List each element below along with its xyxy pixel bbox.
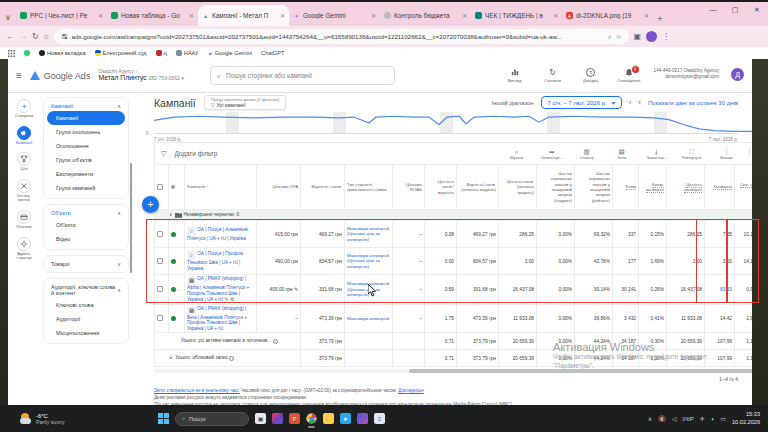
maximize-button[interactable]: ▢	[724, 2, 746, 18]
rail-admin[interactable]: Адміні- стратор	[8, 237, 40, 261]
rail-campaigns[interactable]: Кампанії	[8, 126, 40, 146]
tab-search-icon[interactable]: ∨	[0, 8, 16, 26]
volume-icon[interactable]: ◖	[711, 416, 715, 422]
col-conv-rate[interactable]: Коеф. конверсії	[639, 165, 667, 210]
col-conv-value[interactable]: Цінність конверсії	[667, 165, 705, 210]
date-range-picker[interactable]: 7 січ. – 7 лют. 2026 р.▾	[541, 96, 622, 109]
browser-profile-avatar[interactable]	[646, 31, 657, 42]
col-avg-cpc[interactable]: Сер. ціна за клік	[735, 165, 753, 210]
account-breadcrumb[interactable]: Osadchiy Agency › Метал Плинтус 282-759-…	[98, 69, 184, 82]
notifications-button[interactable]: 4 Сповіщення	[616, 68, 642, 83]
weather-widget[interactable]: -6°CPartly sunny	[0, 413, 150, 425]
search-tool[interactable]: ⌕Шукати	[504, 148, 530, 160]
close-window-button[interactable]: ✕	[746, 2, 768, 18]
realtime-link[interactable]: Звіти створюються не в реальному часі.	[154, 388, 240, 393]
campaign-name-link[interactable]: ОА | Пошук | Алюмінієві Плінтуси | UA + …	[187, 227, 248, 241]
tab-budget-control[interactable]: Контроль бюджета ✕	[380, 5, 471, 26]
bid-strategy-link[interactable]: Максимум конверсій (Цільова ціна за конв…	[347, 253, 389, 269]
browser-menu-icon[interactable]: ⋮	[662, 32, 670, 41]
clock[interactable]: 15:33 10.02.2026	[732, 411, 760, 426]
col-campaign[interactable]: Кампанія ↑	[185, 165, 257, 210]
sidebar-item-asset-groups[interactable]: Групи об'єктів	[44, 153, 128, 167]
bookmark-star-icon[interactable]: ☆	[616, 33, 622, 41]
view-button[interactable]: Вигляд	[502, 68, 528, 83]
row-checkbox[interactable]	[155, 221, 169, 248]
rail-goals[interactable]: Цілі	[8, 152, 40, 172]
col-clicks[interactable]: Кліки	[613, 165, 639, 210]
conversions-link[interactable]: 83,33	[705, 275, 735, 305]
next-range-icon[interactable]: ›	[638, 98, 641, 107]
tab-gemini[interactable]: ✦ Google Gemini ✕	[289, 5, 380, 26]
campaign-name-link[interactable]: ОА | PMAX (shopping) | Alpha | Алюмінієв…	[187, 276, 249, 302]
section-header-assets[interactable]: Об'єкти∧	[44, 208, 128, 218]
notepad-icon[interactable]: ≡	[374, 413, 385, 424]
home-icon[interactable]: ⌂	[44, 32, 49, 41]
campaign-row-1[interactable]: ⌕ ОА | Пошук | Алюмінієві Плінтуси | UA …	[155, 221, 753, 248]
battery-icon[interactable]: ▭	[720, 415, 726, 422]
sidebar-item-locations[interactable]: Місцеположення	[44, 326, 128, 340]
editable-cpa[interactable]: 405,00 грн ✎	[257, 275, 301, 305]
last-30-days-link[interactable]: Показати дані за останні 30 днів	[648, 100, 738, 106]
whatsapp-bookmark-icon[interactable]	[24, 50, 30, 56]
bookmark-new-tab[interactable]: Новая вкладка	[39, 50, 86, 56]
col-bid-strategy[interactable]: Тип стратегії призначення ставок	[345, 165, 393, 210]
campaign-name-link[interactable]: ОА | PMAX (shopping) | Beta | Алюмінієві…	[187, 306, 247, 331]
campaign-name-link[interactable]: ОА | Пошук | Профіль Тіньового Шва | UA …	[187, 251, 244, 271]
row-checkbox[interactable]	[155, 304, 169, 333]
col-conv-value-cost[interactable]: Цінність конв./ вартість	[425, 165, 457, 210]
sidebar-item-ads[interactable]: Оголошення	[44, 139, 128, 153]
tab-chek-tyzhden[interactable]: ЧЕК | ТИЖДЕНЬ | в ✕	[471, 5, 562, 26]
speaker-icon[interactable]: ◁	[672, 415, 677, 422]
rail-tools[interactable]: Інстру- менти	[8, 179, 40, 203]
sidebar-item-audiences[interactable]: Аудиторії	[44, 312, 128, 326]
tab-ppc-checklist[interactable]: PPC | Чек-лист | Ре ✕	[16, 5, 107, 26]
taskbar-search[interactable]: ⌕Пошук	[175, 412, 249, 426]
drafts-row[interactable]: ∨ Незавершені чернетки: 0	[155, 210, 753, 221]
sidebar-item-campaigns[interactable]: Кампанії	[47, 111, 125, 125]
horizontal-scrollbar[interactable]	[154, 369, 752, 373]
address-bar[interactable]: ads.google.com/aw/campaigns?ocid=2027375…	[54, 29, 629, 44]
close-icon[interactable]: ✕	[553, 12, 558, 19]
col-impr-share-rank[interactable]: Частка отриманих показів у пошуковій мер…	[575, 165, 613, 210]
bookmark-gemini[interactable]: ✦Google Gemini	[208, 50, 252, 57]
close-icon[interactable]: ✕	[462, 12, 467, 19]
close-icon[interactable]: ✕	[644, 12, 649, 19]
minimize-button[interactable]: —	[702, 2, 724, 18]
row-checkbox[interactable]	[155, 248, 169, 275]
add-filter-button[interactable]: Додати фільтр	[174, 150, 217, 157]
zoom-icon[interactable]: ⌕	[608, 33, 612, 41]
bid-strategy-link[interactable]: Максимум конверсій	[347, 316, 389, 321]
close-icon[interactable]: ✕	[371, 12, 376, 19]
rail-billing[interactable]: Платежі	[8, 210, 40, 230]
campaign-row-3[interactable]: – ▦ ОА | PMAX (shopping) | Alpha | Алюмі…	[155, 275, 753, 305]
chevron-down-icon[interactable]: ∨	[169, 355, 173, 360]
edit-pencil-icon[interactable]: ✎	[225, 296, 229, 302]
close-icon[interactable]: ✕	[189, 12, 194, 19]
expand-tool[interactable]: ⛶Розгорнути	[679, 148, 705, 160]
ads-search-box[interactable]: ⌕ Пошук сторінки або кампанії	[210, 66, 395, 85]
avatar[interactable]: Д	[731, 68, 744, 81]
col-cost-conv-current[interactable]: Вартість/ конв. (поточна модель)	[457, 165, 499, 210]
sidebar-item-video[interactable]: Відео	[44, 232, 128, 246]
side-panel-icon[interactable]: ▣	[634, 32, 642, 41]
tab-new-sheet[interactable]: Новая таблица - Go ✕	[107, 5, 198, 26]
reports-tool[interactable]: ▤Звіти	[609, 148, 635, 160]
chrome-icon[interactable]	[306, 413, 317, 424]
help-button[interactable]: ? Довідка	[578, 68, 604, 83]
learn-more-link[interactable]: Докладніше	[398, 388, 424, 393]
section-header-campaigns[interactable]: Кампанії∧	[44, 101, 128, 111]
menu-icon[interactable]: ≡	[16, 70, 22, 81]
bookmark-esud[interactable]: Електронний суд	[95, 50, 147, 56]
tray-chevron-icon[interactable]: ∧	[648, 415, 652, 422]
info-icon[interactable]: i	[229, 356, 234, 361]
download-tool[interactable]: ⭳Завантаж...	[644, 148, 670, 160]
prev-range-icon[interactable]: ‹	[629, 98, 632, 107]
photos-icon[interactable]	[357, 413, 368, 424]
status-enabled[interactable]	[169, 304, 185, 333]
collapse-chart-button[interactable]: ∧	[749, 148, 752, 155]
telegram-icon[interactable]: ➤	[340, 413, 351, 424]
campaign-row-2[interactable]: ⌕ ОА | Пошук | Профіль Тіньового Шва | U…	[155, 248, 753, 275]
bookmark-ts[interactable]: ц	[156, 50, 167, 56]
tab-google-ads-active[interactable]: ▲ Кампанії - Метал П ✕	[198, 5, 289, 26]
sidebar-item-keywords[interactable]: Ключові слова	[44, 298, 128, 312]
